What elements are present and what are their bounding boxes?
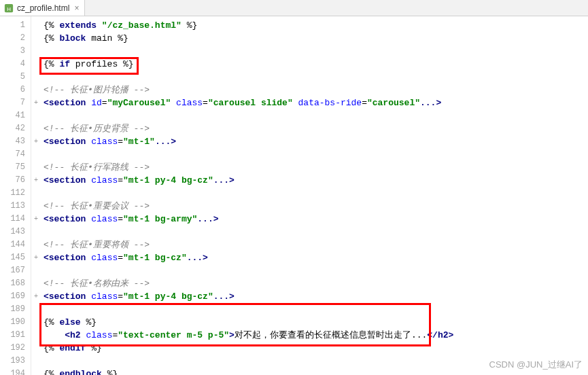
code-line: <section class="mt-1 bg-army"...> bbox=[44, 213, 588, 226]
line-number: 41 bbox=[0, 109, 31, 122]
line-number: 167 bbox=[0, 264, 31, 277]
fold-marker[interactable]: + bbox=[31, 96, 41, 109]
code-line bbox=[44, 355, 588, 368]
code-line bbox=[44, 71, 588, 84]
line-number: 190 bbox=[0, 316, 31, 329]
line-number: 74 bbox=[0, 148, 31, 161]
tab-cz-profile[interactable]: H cz_profile.html × bbox=[0, 0, 85, 16]
code-line: <section class="mt-1 py-4 bg-cz"...> bbox=[44, 290, 588, 303]
fold-marker[interactable] bbox=[31, 226, 41, 238]
fold-marker[interactable] bbox=[31, 148, 41, 161]
code-line bbox=[44, 264, 588, 277]
code-line bbox=[44, 148, 588, 161]
line-number: 5 bbox=[0, 71, 31, 84]
code-area[interactable]: {% extends "/cz_base.html" %} {% block m… bbox=[41, 16, 588, 375]
line-number: 75 bbox=[0, 161, 31, 174]
line-number: 168 bbox=[0, 277, 31, 290]
line-number: 193 bbox=[0, 355, 31, 368]
tab-bar: H cz_profile.html × bbox=[0, 0, 588, 16]
line-number: 189 bbox=[0, 303, 31, 316]
line-number: 6 bbox=[0, 84, 31, 96]
line-number: 113 bbox=[0, 200, 31, 213]
fold-marker[interactable] bbox=[31, 342, 41, 355]
tab-label: cz_profile.html bbox=[17, 3, 69, 13]
line-number: 76 bbox=[0, 174, 31, 187]
line-number: 191 bbox=[0, 329, 31, 342]
code-line: <!-- 长征•重要将领 --> bbox=[44, 238, 588, 251]
line-number: 42 bbox=[0, 122, 31, 135]
line-number: 192 bbox=[0, 342, 31, 355]
code-line: <!-- 长征•名称由来 --> bbox=[44, 277, 588, 290]
fold-marker[interactable]: + bbox=[31, 290, 41, 303]
line-number: 143 bbox=[0, 226, 31, 238]
fold-marker[interactable] bbox=[31, 19, 41, 32]
line-number: 169 bbox=[0, 290, 31, 303]
html-file-icon: H bbox=[4, 3, 14, 13]
fold-marker[interactable] bbox=[31, 45, 41, 58]
fold-marker[interactable] bbox=[31, 122, 41, 135]
fold-marker[interactable] bbox=[31, 161, 41, 174]
code-line: <h2 class="text-center m-5 p-5">对不起，你要查看… bbox=[44, 329, 588, 342]
code-line bbox=[44, 109, 588, 122]
code-line: {% else %} bbox=[44, 316, 588, 329]
code-line bbox=[44, 45, 588, 58]
code-editor[interactable]: 1 2 3 4 5 6 7 41 42 43 74 75 76 112 113 … bbox=[0, 16, 588, 375]
code-line bbox=[44, 303, 588, 316]
line-number: 7 bbox=[0, 96, 31, 109]
fold-marker[interactable] bbox=[31, 303, 41, 316]
line-number: 2 bbox=[0, 32, 31, 45]
code-line: <!-- 长征•重要会议 --> bbox=[44, 200, 588, 213]
code-line: {% endif %} bbox=[44, 342, 588, 355]
code-line: <section class="mt-1 py-4 bg-cz"...> bbox=[44, 174, 588, 187]
line-number: 1 bbox=[0, 19, 31, 32]
fold-marker[interactable] bbox=[31, 32, 41, 45]
fold-marker[interactable] bbox=[31, 329, 41, 342]
fold-marker[interactable] bbox=[31, 200, 41, 213]
fold-marker[interactable] bbox=[31, 84, 41, 96]
line-number: 4 bbox=[0, 58, 31, 71]
fold-marker[interactable]: + bbox=[31, 135, 41, 148]
fold-marker[interactable] bbox=[31, 264, 41, 277]
fold-marker[interactable] bbox=[31, 187, 41, 200]
code-line bbox=[44, 187, 588, 200]
code-line: {% endblock %} bbox=[44, 368, 588, 375]
code-line: <section id="myCarousel" class="carousel… bbox=[44, 96, 588, 109]
close-icon[interactable]: × bbox=[74, 3, 79, 13]
code-line: <section class="mt-1"...> bbox=[44, 135, 588, 148]
code-line: {% if profiles %} bbox=[44, 58, 588, 71]
code-line bbox=[44, 226, 588, 238]
line-number-gutter: 1 2 3 4 5 6 7 41 42 43 74 75 76 112 113 … bbox=[0, 16, 31, 375]
code-line: <!-- 长征•图片轮播 --> bbox=[44, 84, 588, 96]
fold-marker[interactable] bbox=[31, 277, 41, 290]
fold-marker[interactable] bbox=[31, 58, 41, 71]
code-line: <!-- 长征•历史背景 --> bbox=[44, 122, 588, 135]
code-line: <section class="mt-1 bg-cz"...> bbox=[44, 251, 588, 264]
fold-marker[interactable]: + bbox=[31, 213, 41, 226]
code-line: {% block main %} bbox=[44, 32, 588, 45]
fold-marker[interactable] bbox=[31, 71, 41, 84]
fold-marker[interactable]: + bbox=[31, 174, 41, 187]
line-number: 112 bbox=[0, 187, 31, 200]
svg-text:H: H bbox=[7, 5, 11, 12]
fold-marker[interactable] bbox=[31, 368, 41, 375]
fold-marker[interactable] bbox=[31, 355, 41, 368]
line-number: 3 bbox=[0, 45, 31, 58]
fold-marker[interactable] bbox=[31, 109, 41, 122]
line-number: 114 bbox=[0, 213, 31, 226]
fold-gutter: + + + + + + bbox=[31, 16, 41, 375]
code-line: {% extends "/cz_base.html" %} bbox=[44, 19, 588, 32]
fold-marker[interactable] bbox=[31, 238, 41, 251]
line-number: 144 bbox=[0, 238, 31, 251]
line-number: 43 bbox=[0, 135, 31, 148]
code-line: <!-- 长征•行军路线 --> bbox=[44, 161, 588, 174]
line-number: 145 bbox=[0, 251, 31, 264]
fold-marker[interactable]: + bbox=[31, 251, 41, 264]
fold-marker[interactable] bbox=[31, 316, 41, 329]
line-number: 194 bbox=[0, 368, 31, 375]
